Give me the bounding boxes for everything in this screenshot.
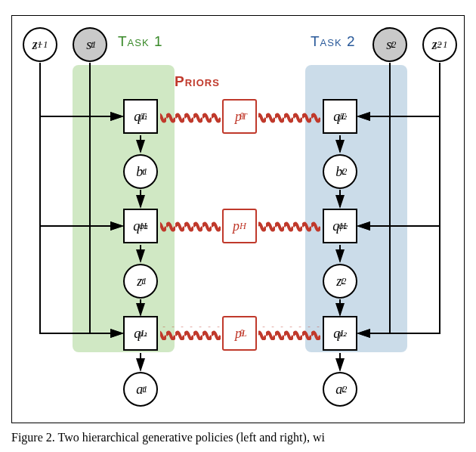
node-z1: z1t: [123, 264, 158, 299]
figure-caption: Figure 2. Two hierarchical generative po…: [11, 431, 465, 444]
node-qL2: qLφ₂: [323, 316, 357, 351]
node-a1: a1t: [123, 372, 158, 407]
node-pT: pTθ: [222, 99, 257, 134]
task1-label: Task 1: [118, 33, 162, 50]
node-b1: b1t: [123, 154, 158, 189]
node-qH1: qHφ₁: [123, 209, 158, 243]
priors-label: Priors: [175, 73, 220, 90]
node-s1: s1t: [73, 27, 107, 62]
node-z1-prev: z1t−1: [23, 27, 57, 62]
node-pH: pH: [222, 209, 257, 243]
node-pL: pLθ: [222, 316, 257, 351]
task2-label: Task 2: [311, 33, 355, 50]
node-a2: a2t: [323, 372, 357, 407]
node-qH2: qHφ₂: [323, 209, 357, 243]
diagram-canvas: Task 1 Task 2 Priors: [11, 15, 465, 423]
node-qT1: qTφ₁: [123, 99, 158, 134]
node-z2-prev: z2t−1: [422, 27, 457, 62]
node-s2: s2t: [372, 27, 407, 62]
node-qL1: qLφ₁: [123, 316, 158, 351]
node-b2: b2t: [323, 154, 357, 189]
node-qT2: qTφ₂: [323, 99, 357, 134]
node-z2: z2t: [323, 264, 357, 299]
